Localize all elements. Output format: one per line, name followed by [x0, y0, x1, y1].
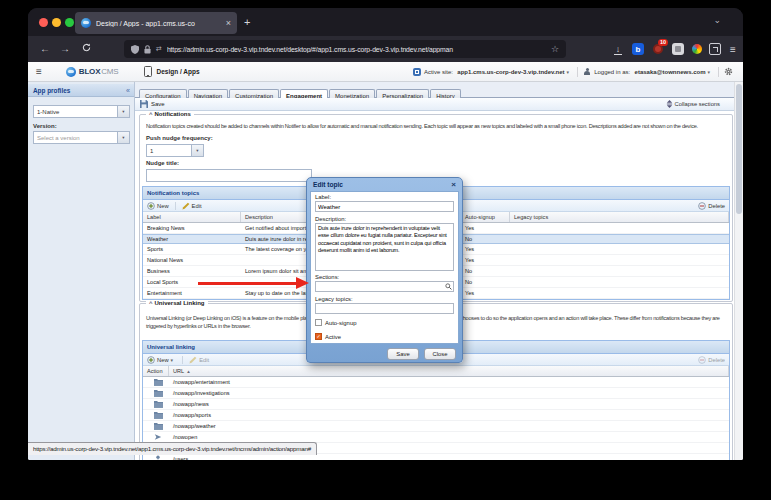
table-row[interactable]: /nowapp/news: [143, 399, 729, 410]
delete-topic-button[interactable]: Delete: [698, 202, 725, 210]
login-user[interactable]: etasaka@townnews.com: [635, 69, 706, 75]
legacy-topics-input[interactable]: [315, 303, 454, 314]
breadcrumb: Design / Apps: [156, 68, 199, 75]
universal-linking-header: Action URL▲: [143, 366, 729, 377]
notifications-legend[interactable]: ^Notifications: [146, 111, 194, 117]
column-auto-signup[interactable]: Auto-signup: [461, 212, 510, 222]
table-row[interactable]: /nowapp/weather: [143, 421, 729, 432]
browser-toolbar: ← → ⇄ https://admin.us-corp-dev-3.vip.tn…: [28, 36, 743, 62]
new-topic-button[interactable]: New: [147, 202, 169, 210]
save-button[interactable]: Save: [151, 101, 165, 107]
chevron-down-icon[interactable]: ▾: [707, 69, 710, 75]
pencil-icon: [182, 202, 190, 210]
cms-apps-menu-icon[interactable]: ≡: [36, 67, 42, 77]
extension-badge-count: 10: [658, 39, 668, 46]
chevron-down-icon[interactable]: ▾: [567, 69, 570, 75]
collapse-caret-icon[interactable]: ^: [149, 111, 153, 117]
save-floppy-icon[interactable]: [140, 100, 148, 108]
description-textarea[interactable]: Duis aute irure dolor in reprehenderit i…: [315, 223, 454, 271]
sections-field-label: Sections:: [315, 274, 339, 280]
close-dialog-icon[interactable]: ×: [451, 181, 456, 189]
active-checkbox-row[interactable]: ✓ Active: [315, 333, 341, 340]
folder-icon: [143, 400, 169, 408]
sections-input[interactable]: [315, 281, 454, 292]
table-row[interactable]: /nowapp/entertainment: [143, 377, 729, 388]
cell-auto-signup: Yes: [461, 225, 510, 231]
lock-icon[interactable]: [144, 45, 151, 54]
new-tab-button[interactable]: +: [244, 15, 250, 29]
cell-label: Business: [143, 268, 241, 274]
collapse-caret-icon[interactable]: ^: [149, 300, 153, 306]
downloads-icon[interactable]: ↓: [612, 43, 624, 55]
window-close-button[interactable]: [39, 18, 48, 27]
dialog-close-button[interactable]: Close: [424, 348, 456, 360]
search-icon[interactable]: [445, 283, 452, 290]
close-tab-icon[interactable]: ×: [226, 18, 231, 28]
dialog-save-button[interactable]: Save: [387, 348, 419, 360]
sidebar-title: App profiles: [33, 87, 126, 94]
table-row[interactable]: /nowapp/investigations: [143, 388, 729, 399]
window-zoom-button[interactable]: [65, 18, 74, 27]
column-label[interactable]: Label: [143, 212, 241, 222]
profile-select[interactable]: 1-Native ▾: [33, 105, 130, 118]
bookmark-star-icon[interactable]: ☆: [551, 44, 559, 54]
column-url[interactable]: URL▲: [169, 366, 729, 376]
url-bar[interactable]: ⇄ https://admin.us-corp-dev-3.vip.tndev.…: [124, 40, 566, 58]
version-select[interactable]: Select a version ▾: [33, 131, 130, 144]
chevron-down-icon[interactable]: ▾: [117, 106, 129, 117]
forward-button[interactable]: →: [60, 42, 70, 56]
nudge-title-input[interactable]: [146, 169, 312, 182]
scrollbar-thumb[interactable]: [736, 84, 742, 214]
collapse-sections-button[interactable]: Collapse sections: [666, 100, 720, 108]
dialog-titlebar[interactable]: Edit topic ×: [307, 178, 462, 191]
auto-signup-checkbox-row[interactable]: Auto-signup: [315, 319, 356, 326]
chevron-down-icon[interactable]: ▾: [191, 145, 203, 156]
cell-auto-signup: No: [461, 268, 510, 274]
push-nudge-frequency-select[interactable]: 1 ▾: [146, 144, 204, 157]
back-button[interactable]: ←: [40, 42, 50, 56]
browser-tab[interactable]: Design / Apps - app1.cms.us-co ×: [75, 12, 237, 34]
delete-link-button[interactable]: Delete: [698, 356, 725, 364]
chevron-down-icon[interactable]: ▾: [117, 132, 129, 143]
extension-bitwarden-icon[interactable]: b: [632, 43, 644, 55]
window-minimize-button[interactable]: [52, 18, 61, 27]
tracking-shield-icon[interactable]: [131, 45, 139, 54]
app-menu-icon[interactable]: ≡: [727, 43, 739, 55]
label-input[interactable]: [315, 201, 454, 212]
edit-link-button[interactable]: Edit: [189, 356, 209, 364]
collapse-sidebar-icon[interactable]: «: [126, 87, 130, 94]
cell-auto-signup: Yes: [461, 246, 510, 252]
annotation-arrow-head: [296, 277, 309, 289]
divider: [718, 67, 719, 77]
plus-circle-icon: [147, 356, 155, 364]
permissions-icon[interactable]: ⇄: [156, 45, 162, 53]
reload-icon[interactable]: [82, 43, 91, 52]
auto-signup-checkbox[interactable]: [315, 319, 322, 326]
folder-icon: [143, 411, 169, 419]
table-row[interactable]: /nowapp/sports: [143, 410, 729, 421]
cell-auto-signup: No: [461, 236, 510, 242]
new-link-button[interactable]: New ▾: [147, 356, 176, 364]
cms-header-right: Active site: app1.cms.us-corp-dev-3.vip.…: [413, 63, 733, 81]
label-field-label: Label:: [315, 194, 331, 200]
extension-badge-icon[interactable]: 10: [652, 43, 664, 55]
column-action[interactable]: Action: [143, 366, 169, 376]
extension-color-icon[interactable]: [691, 43, 703, 55]
user-icon: [143, 455, 169, 460]
list-tabs-chevron-icon[interactable]: ⌄: [713, 15, 721, 25]
active-site-value[interactable]: app1.cms.us-corp-dev-3.vip.tndev.net: [457, 69, 564, 75]
cell-label: Entertainment: [143, 290, 241, 296]
folder-icon: [143, 378, 169, 386]
column-legacy-topics[interactable]: Legacy topics: [510, 212, 729, 222]
active-checkbox[interactable]: ✓: [315, 333, 322, 340]
sidebar-header: App profiles «: [28, 84, 134, 97]
settings-gear-icon[interactable]: [724, 67, 733, 76]
universal-linking-legend[interactable]: ^Universal Linking: [146, 300, 208, 306]
edit-topic-button[interactable]: Edit: [182, 202, 202, 210]
extension-share-icon[interactable]: [709, 43, 721, 55]
url-text[interactable]: https://admin.us-corp-dev-3.vip.tndev.ne…: [167, 46, 547, 53]
push-nudge-frequency-value: 1: [150, 148, 191, 154]
dialog-body: Label: Description: Duis aute irure dolo…: [310, 191, 459, 344]
vertical-scrollbar[interactable]: [734, 82, 743, 460]
extension-gray-icon[interactable]: [672, 43, 684, 55]
